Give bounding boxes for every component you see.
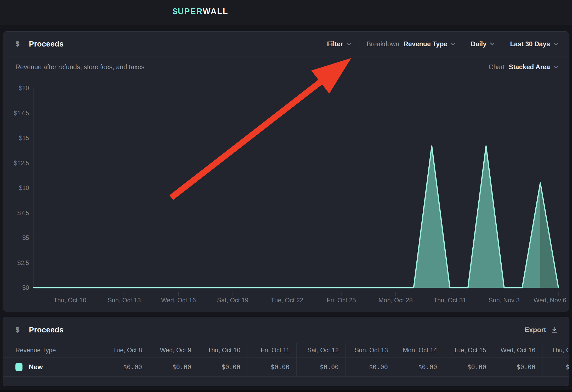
brand-logo-accent: $UPER xyxy=(173,7,203,16)
column-header-date: Tue, Oct 15 xyxy=(444,343,493,358)
table-panel-title: Proceeds xyxy=(29,326,64,334)
column-header-date: Tue, Oct 8 xyxy=(100,343,149,358)
column-header-date: Sun, Oct 13 xyxy=(346,343,395,358)
chart-subtitle: Revenue after refunds, store fees, and t… xyxy=(15,63,144,71)
top-bar: $UPERWALL xyxy=(0,0,572,25)
chart-type-value: Stacked Area xyxy=(509,63,550,71)
value-cell: $0.00 xyxy=(296,358,346,376)
value-cell: $0.00 xyxy=(149,358,198,376)
y-axis-label: $12.5 xyxy=(14,160,29,166)
y-axis-label: $20 xyxy=(19,85,29,91)
table-panel-header: $ Proceeds Export xyxy=(3,317,569,343)
row-label-cell: New xyxy=(3,358,100,376)
value-cell: $0.00 xyxy=(444,358,493,376)
series-chip xyxy=(15,363,22,371)
filter-label: Filter xyxy=(327,40,343,48)
divider xyxy=(359,39,359,49)
x-axis-label: Sun, Nov 3 xyxy=(489,297,520,304)
x-axis-label: Thu, Oct 31 xyxy=(433,297,466,304)
brand-logo-rest: WALL xyxy=(203,7,228,16)
dollar-icon: $ xyxy=(15,326,20,334)
chevron-down-icon xyxy=(553,64,558,68)
x-axis-label: Mon, Oct 28 xyxy=(378,297,413,304)
value-cell: $0.00 xyxy=(100,358,149,376)
chevron-down-icon xyxy=(347,41,351,45)
chart-panel-title: Proceeds xyxy=(29,40,64,48)
download-icon xyxy=(551,326,558,333)
filter-dropdown[interactable]: Filter xyxy=(327,40,351,48)
chart-type-dropdown[interactable]: Chart Stacked Area xyxy=(489,63,558,71)
dollar-icon: $ xyxy=(15,40,20,48)
value-cell: $0.00 xyxy=(346,358,395,376)
x-axis-label: Wed, Oct 16 xyxy=(161,297,196,304)
value-cell: $0.00 xyxy=(542,358,569,376)
x-axis-label: Sun, Oct 13 xyxy=(107,297,141,304)
bottom-panel-edge xyxy=(0,390,572,392)
proceeds-table: Revenue TypeTue, Oct 8Wed, Oct 9Thu, Oct… xyxy=(3,343,569,377)
y-axis-label: $5 xyxy=(22,234,29,241)
value-cell: $0.00 xyxy=(247,358,296,376)
x-axis-label: Tue, Oct 22 xyxy=(271,297,303,304)
proceeds-chart-panel: $ Proceeds Filter Breakdown Revenue Type… xyxy=(3,31,569,312)
column-header-date: Thu, Oct 17 xyxy=(542,343,569,358)
interval-value: Daily xyxy=(471,40,486,48)
interval-dropdown[interactable]: Daily xyxy=(471,40,494,48)
chevron-down-icon xyxy=(553,41,558,45)
y-axis-label: $7.5 xyxy=(17,210,29,216)
export-button[interactable]: Export xyxy=(525,326,558,334)
y-axis-label: $0 xyxy=(22,284,29,291)
column-header-revenue-type: Revenue Type xyxy=(3,343,100,358)
series-area-new xyxy=(34,146,558,288)
chevron-down-icon xyxy=(451,41,456,45)
column-header-date: Wed, Oct 9 xyxy=(149,343,198,358)
x-axis-label: Sat, Oct 19 xyxy=(217,297,248,304)
x-axis-label: Fri, Oct 25 xyxy=(327,297,356,304)
value-cell: $0.00 xyxy=(198,358,247,376)
date-range-dropdown[interactable]: Last 30 Days xyxy=(510,40,558,48)
brand-logo[interactable]: $UPERWALL xyxy=(173,7,228,16)
breakdown-dropdown[interactable]: Breakdown Revenue Type xyxy=(367,40,455,48)
breakdown-label: Breakdown xyxy=(367,40,399,48)
x-axis-label: Wed, Nov 6 xyxy=(534,297,566,304)
series-area-tail xyxy=(540,183,558,288)
column-header-date: Wed, Oct 16 xyxy=(493,343,542,358)
row-label: New xyxy=(29,363,43,371)
divider xyxy=(463,39,463,49)
value-cell: $0.00 xyxy=(395,358,444,376)
y-axis-label: $15 xyxy=(19,135,29,141)
chevron-down-icon xyxy=(490,41,495,45)
y-axis-label: $17.5 xyxy=(14,110,29,117)
export-label: Export xyxy=(525,326,546,334)
y-axis-label: $2.5 xyxy=(17,260,29,266)
x-axis-label: Thu, Oct 10 xyxy=(54,297,86,304)
column-header-date: Fri, Oct 11 xyxy=(247,343,296,358)
divider xyxy=(502,39,502,49)
date-range-value: Last 30 Days xyxy=(510,40,550,48)
column-header-date: Thu, Oct 10 xyxy=(198,343,247,358)
chart-subheader: Revenue after refunds, store fees, and t… xyxy=(3,56,569,77)
breakdown-value: Revenue Type xyxy=(404,40,448,48)
chart-type-label: Chart xyxy=(489,63,505,71)
table-header-row: Revenue TypeTue, Oct 8Wed, Oct 9Thu, Oct… xyxy=(3,343,569,358)
column-header-date: Mon, Oct 14 xyxy=(395,343,444,358)
column-header-date: Sat, Oct 12 xyxy=(296,343,346,358)
table-row: New$0.00$0.00$0.00$0.00$0.00$0.00$0.00$0… xyxy=(3,358,569,377)
chart-controls: Filter Breakdown Revenue Type Daily Last… xyxy=(327,39,558,49)
proceeds-table-panel: $ Proceeds Export Revenue TypeTue, Oct 8… xyxy=(3,317,569,386)
value-cell: $0.00 xyxy=(493,358,542,376)
y-axis-label: $10 xyxy=(19,185,29,191)
series-line-new xyxy=(34,146,558,288)
chart-panel-header: $ Proceeds Filter Breakdown Revenue Type… xyxy=(3,32,569,56)
